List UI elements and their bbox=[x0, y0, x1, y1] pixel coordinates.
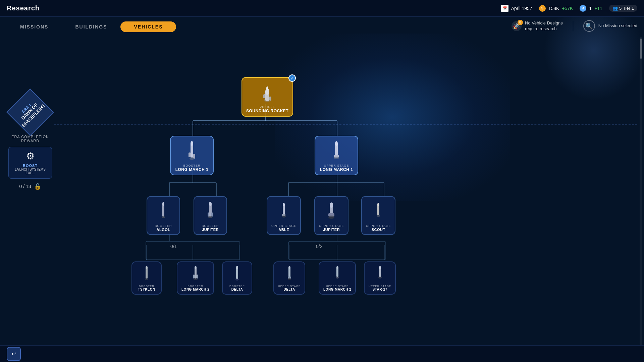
svg-point-58 bbox=[146, 266, 148, 269]
top-bar: Research 📅 April 1957 $ 158K +57K ⚗ 1 +1… bbox=[0, 0, 644, 17]
progress-row: 0 / 13 🔒 bbox=[19, 183, 41, 190]
era-diamond-container: ERA I DAWN OF SPACEFLIGHT bbox=[12, 94, 49, 131]
back-icon: ↩ bbox=[11, 350, 16, 358]
svg-point-45 bbox=[208, 216, 212, 218]
tsyklon-type: BOOSTER bbox=[136, 285, 157, 288]
node-upperstage-long-march-2[interactable]: UPPER STAGE LONG MARCH 2 bbox=[319, 261, 356, 295]
svg-point-39 bbox=[162, 202, 164, 206]
svg-rect-43 bbox=[208, 213, 209, 217]
svg-rect-19 bbox=[288, 241, 386, 260]
tier-label: Tier 1 bbox=[623, 6, 634, 11]
node-upperstage-delta[interactable]: UPPER STAGE DELTA bbox=[273, 261, 305, 295]
node-booster-long-march-2[interactable]: BOOSTER LONG MARCH 2 bbox=[177, 261, 214, 295]
tab-missions[interactable]: MISSIONS bbox=[7, 21, 62, 32]
delta-booster-name: DELTA bbox=[227, 288, 248, 291]
jupiter-booster-icon bbox=[200, 199, 220, 223]
lm2-upper-type: UPPER STAGE bbox=[323, 285, 351, 288]
right-scrollbar[interactable] bbox=[640, 37, 642, 345]
algol-type: BOOSTER bbox=[151, 224, 175, 228]
svg-rect-75 bbox=[379, 267, 381, 277]
back-button[interactable]: ↩ bbox=[7, 347, 21, 361]
tab-vehicles[interactable]: VEHICLES bbox=[120, 21, 176, 32]
search-icon: 🔍 bbox=[583, 20, 595, 32]
svg-point-71 bbox=[288, 278, 291, 280]
svg-rect-68 bbox=[288, 267, 290, 277]
scrollbar-thumb bbox=[640, 39, 642, 59]
divider bbox=[573, 21, 573, 31]
node-sounding-rocket[interactable]: ✓ VEHICLE SOUNDING ROCKET bbox=[241, 77, 293, 117]
progress-value: 0 / 13 bbox=[19, 184, 31, 189]
svg-point-37 bbox=[334, 157, 339, 159]
reward-type: BOOST bbox=[12, 164, 48, 168]
node-booster-algol[interactable]: BOOSTER ALGOL bbox=[147, 196, 180, 235]
page-title: Research bbox=[7, 4, 40, 12]
lm2-booster-icon bbox=[185, 265, 206, 283]
reward-icon: ⚙ bbox=[12, 150, 48, 162]
svg-rect-60 bbox=[195, 267, 197, 279]
algol-icon bbox=[153, 199, 173, 223]
svg-point-59 bbox=[145, 278, 148, 280]
booster-lm1-icon bbox=[182, 139, 202, 163]
svg-rect-57 bbox=[146, 267, 148, 279]
root-node-name: SOUNDING ROCKET bbox=[246, 109, 288, 113]
able-name: ABLE bbox=[271, 228, 296, 232]
reward-name: LAUNCH SYSTEMS EXP... bbox=[12, 168, 48, 175]
tier-icon: 👥 bbox=[612, 6, 618, 11]
node-booster-tsyklon[interactable]: BOOSTER TSYKLON bbox=[131, 261, 162, 295]
science-delta: +11 bbox=[594, 6, 602, 11]
lm2-booster-type: BOOSTER bbox=[181, 285, 209, 288]
bottom-bar: ↩ bbox=[0, 345, 644, 362]
top-bar-right: 📅 April 1957 $ 158K +57K ⚗ 1 +11 👥 5 Tie… bbox=[501, 5, 637, 12]
algol-name: ALGOL bbox=[151, 228, 175, 232]
svg-rect-26 bbox=[263, 94, 265, 98]
tab-buildings[interactable]: BUILDINGS bbox=[62, 21, 120, 32]
info-bar: 🚀 0 No Vehicle Designs require research … bbox=[512, 17, 637, 35]
svg-point-35 bbox=[335, 141, 338, 146]
svg-rect-44 bbox=[211, 213, 213, 217]
left-sidebar: ERA I DAWN OF SPACEFLIGHT ERA COMPLETION… bbox=[7, 94, 54, 190]
jupiter-upper-icon bbox=[321, 199, 341, 223]
svg-point-42 bbox=[209, 202, 212, 206]
able-type: UPPER STAGE bbox=[271, 224, 296, 228]
tier-count: 5 bbox=[619, 6, 622, 11]
svg-rect-31 bbox=[189, 152, 191, 157]
scout-icon bbox=[368, 199, 388, 223]
checkmark-icon: ✓ bbox=[288, 74, 296, 82]
l1l-name: LONG MARCH 1 bbox=[175, 167, 209, 172]
svg-point-66 bbox=[236, 266, 238, 269]
date-label: April 1957 bbox=[511, 6, 532, 11]
upperstage-lm1-icon bbox=[326, 139, 346, 163]
node-booster-long-march-1[interactable]: BOOSTER LONG MARCH 1 bbox=[170, 136, 214, 175]
node-upperstage-star27[interactable]: UPPER STAGE STAR-27 bbox=[364, 261, 396, 295]
delta-booster-type: BOOSTER bbox=[227, 285, 248, 288]
svg-point-74 bbox=[336, 277, 339, 279]
node-upperstage-scout[interactable]: UPPER STAGE SCOUT bbox=[361, 196, 395, 235]
l1r-name: LONG MARCH 1 bbox=[319, 167, 354, 172]
delta-upper-type: UPPER STAGE bbox=[278, 285, 301, 288]
mission-text: No Mission selected bbox=[598, 23, 637, 29]
tree-area: ✓ VEHICLE SOUNDING ROCKET bbox=[0, 37, 644, 362]
star27-icon bbox=[370, 265, 390, 283]
svg-point-49 bbox=[282, 216, 286, 218]
jupiter-upper-name: JUPITER bbox=[319, 228, 344, 232]
svg-point-51 bbox=[330, 202, 333, 208]
currency-value: 158K bbox=[548, 6, 559, 11]
node-upperstage-able[interactable]: UPPER STAGE ABLE bbox=[267, 196, 301, 235]
science-value: 1 bbox=[589, 6, 592, 11]
svg-point-69 bbox=[288, 266, 290, 269]
counter-right: 0/2 bbox=[316, 244, 322, 249]
svg-rect-14 bbox=[146, 241, 240, 260]
node-booster-delta[interactable]: BOOSTER DELTA bbox=[222, 261, 252, 295]
node-upperstage-jupiter[interactable]: UPPER STAGE JUPITER bbox=[314, 196, 348, 235]
svg-rect-72 bbox=[336, 267, 338, 277]
node-upperstage-long-march-1[interactable]: UPPER STAGE LONG MARCH 1 bbox=[315, 136, 358, 175]
tier-badge: 👥 5 Tier 1 bbox=[609, 5, 637, 12]
jupiter-booster-name: JUPITER bbox=[198, 228, 222, 232]
l1l-type: BOOSTER bbox=[175, 164, 209, 167]
node-booster-jupiter[interactable]: BOOSTER JUPITER bbox=[194, 196, 227, 235]
lm2-upper-icon bbox=[327, 265, 347, 283]
star27-type: UPPER STAGE bbox=[369, 285, 391, 288]
coin-icon: $ bbox=[539, 5, 546, 12]
rocket-badge: 🚀 0 bbox=[512, 21, 522, 31]
flask-icon: ⚗ bbox=[580, 5, 586, 12]
